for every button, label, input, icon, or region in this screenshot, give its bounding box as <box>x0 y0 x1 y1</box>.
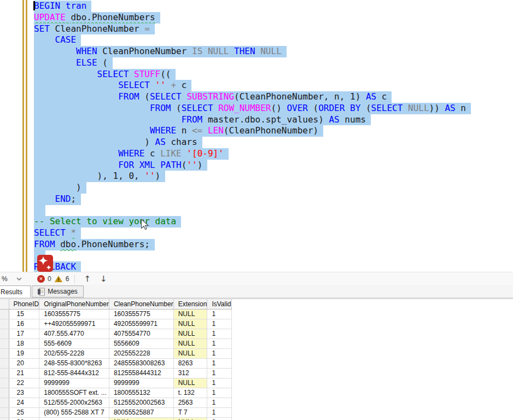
row-selector[interactable] <box>0 329 9 339</box>
grid-cell[interactable]: NULL <box>173 348 207 358</box>
error-icon[interactable]: ✕ <box>37 275 45 283</box>
grid-cell[interactable]: 20 <box>9 358 39 368</box>
grid-cell[interactable]: 1 <box>207 309 231 319</box>
grid-cell[interactable]: 1 <box>207 398 231 407</box>
grid-cell[interactable]: 23 <box>9 388 39 398</box>
grid-cell[interactable]: t. 132 <box>173 388 207 398</box>
grid-cell[interactable]: 8263 <box>173 358 207 368</box>
error-count[interactable]: 0 <box>48 275 51 283</box>
code-line[interactable]: ) <box>34 182 471 194</box>
code-line[interactable]: ), 1, 0, '') <box>34 171 471 182</box>
grid-cell[interactable]: 1 <box>207 329 231 339</box>
row-selector[interactable] <box>0 358 9 368</box>
grid-cell[interactable]: 1603555775 <box>39 309 109 319</box>
sql-editor-pane[interactable]: BEGIN tranUPDATE dbo.PhoneNumbersSET Cle… <box>0 0 513 272</box>
tab-messages[interactable]: Messages <box>32 285 84 298</box>
code-line[interactable]: ) AS chars <box>34 137 471 148</box>
grid-cell[interactable]: NULL <box>173 329 207 339</box>
row-selector[interactable] <box>0 388 9 398</box>
row-selector[interactable] <box>0 348 9 358</box>
row-selector[interactable] <box>0 339 9 348</box>
code-line[interactable]: FROM dbo.PhoneNumbers; <box>34 239 471 250</box>
code-line[interactable]: FROM master.dbo.spt_values) AS nums <box>34 114 471 126</box>
grid-cell[interactable]: 202/555-2228 <box>39 348 109 358</box>
column-header[interactable]: OriginalPhoneNumber <box>39 299 109 309</box>
row-selector[interactable] <box>0 407 9 417</box>
previous-issue-button[interactable]: ↑ <box>80 274 94 284</box>
grid-cell[interactable]: 1 <box>207 378 231 388</box>
grid-cell[interactable]: NULL <box>173 417 207 420</box>
grid-cell[interactable]: 5556609 <box>109 339 173 348</box>
code-line[interactable]: -- Select to view your data <box>34 216 471 228</box>
grid-cell[interactable]: NULL <box>173 309 207 319</box>
grid-cell[interactable]: 492055599971 <box>109 319 173 329</box>
grid-cell[interactable]: 1 <box>207 368 231 378</box>
code-line[interactable]: WHERE n <= LEN(CleanPhoneNumber) <box>34 125 471 137</box>
grid-cell[interactable]: 8125558444312 <box>109 368 173 378</box>
code-line[interactable]: SELECT '' + c <box>34 80 471 91</box>
grid-cell[interactable]: none <box>39 417 109 420</box>
grid-cell[interactable]: 22 <box>9 378 39 388</box>
grid-cell[interactable]: 17 <box>9 329 39 339</box>
grid-cell[interactable]: 26 <box>9 417 39 420</box>
grid-cell[interactable]: NULL <box>173 339 207 348</box>
grid-cell[interactable]: (800) 555-2588 XT 7 <box>39 407 109 417</box>
grid-cell[interactable]: 1603555775 <box>109 309 173 319</box>
code-line[interactable]: FOR XML PATH('') <box>34 160 471 171</box>
grid-cell[interactable]: 24855583008263 <box>109 358 173 368</box>
grid-cell[interactable]: 1 <box>207 319 231 329</box>
grid-cell[interactable]: 407.555.4770 <box>39 329 109 339</box>
code-line[interactable]: WHEN CleanPhoneNumber IS NULL THEN NULL <box>34 46 471 57</box>
code-line[interactable]: FROM (SELECT ROW_NUMBER() OVER (ORDER BY… <box>34 103 471 114</box>
grid-cell[interactable]: 0 <box>207 417 231 420</box>
grid-cell[interactable]: 18 <box>9 339 39 348</box>
grid-cell[interactable]: 2025552228 <box>109 348 173 358</box>
row-selector[interactable] <box>0 309 9 319</box>
code-line[interactable] <box>34 205 471 217</box>
grid-cell[interactable]: 24 <box>9 398 39 407</box>
code-line[interactable]: FROM (SELECT SUBSTRING(CleanPhoneNumber,… <box>34 91 471 103</box>
next-issue-button[interactable]: ↓ <box>97 274 110 284</box>
code-line[interactable]: END; <box>34 194 471 205</box>
warning-count[interactable]: 6 <box>66 275 69 283</box>
grid-cell[interactable]: NULL <box>109 417 173 420</box>
grid-cell[interactable]: 51255520002563 <box>109 398 173 407</box>
column-header[interactable]: PhoneID <box>9 299 39 309</box>
grid-cell[interactable]: 248-555-8300*8263 <box>39 358 109 368</box>
code-line[interactable]: SET CleanPhoneNumber = <box>34 24 471 35</box>
grid-cell[interactable]: 1 <box>207 388 231 398</box>
column-header[interactable]: Extension <box>173 299 207 309</box>
grid-cell[interactable]: ++492055599971 <box>39 319 109 329</box>
grid-cell[interactable]: 312 <box>173 368 207 378</box>
grid-cell[interactable]: 2563 <box>173 398 207 407</box>
row-selector[interactable] <box>0 378 9 388</box>
grid-cell[interactable]: 80055525887 <box>109 407 173 417</box>
code-line[interactable]: WHERE c LIKE '[0-9]' <box>34 148 471 160</box>
code-line[interactable]: SELECT * <box>34 228 471 239</box>
grid-cell[interactable]: 1 <box>207 348 231 358</box>
grid-cell[interactable]: 555-6609 <box>39 339 109 348</box>
code-line[interactable] <box>34 250 471 262</box>
grid-cell[interactable]: 1 <box>207 407 231 417</box>
grid-cell[interactable]: 1 <box>207 358 231 368</box>
code-line[interactable]: CASE <box>34 34 471 46</box>
code-line[interactable]: ELSE ( <box>34 57 471 69</box>
column-header[interactable]: CleanPhoneNumber <box>109 299 173 309</box>
grid-cell[interactable]: 16 <box>9 319 39 329</box>
grid-cell[interactable]: 25 <box>9 407 39 417</box>
code-line[interactable]: SELECT STUFF(( <box>34 69 471 80</box>
select-all-corner[interactable] <box>0 299 9 309</box>
column-header[interactable]: IsValid <box>207 299 231 309</box>
grid-cell[interactable]: 1800555132 <box>109 388 173 398</box>
zoom-level-dropdown[interactable]: % <box>0 273 30 284</box>
grid-cell[interactable]: 812-555-8444x312 <box>39 368 109 378</box>
code-line[interactable]: UPDATE dbo.PhoneNumbers <box>34 12 471 24</box>
grid-cell[interactable]: 4075554770 <box>109 329 173 339</box>
row-selector[interactable] <box>0 319 9 329</box>
row-selector[interactable] <box>0 368 9 378</box>
code-line[interactable]: ROLLBACK <box>34 261 471 272</box>
grid-cell[interactable]: NULL <box>173 319 207 329</box>
code-line[interactable]: BEGIN tran <box>34 1 471 12</box>
grid-cell[interactable]: 19 <box>9 348 39 358</box>
tab-results[interactable]: Results <box>0 285 31 298</box>
